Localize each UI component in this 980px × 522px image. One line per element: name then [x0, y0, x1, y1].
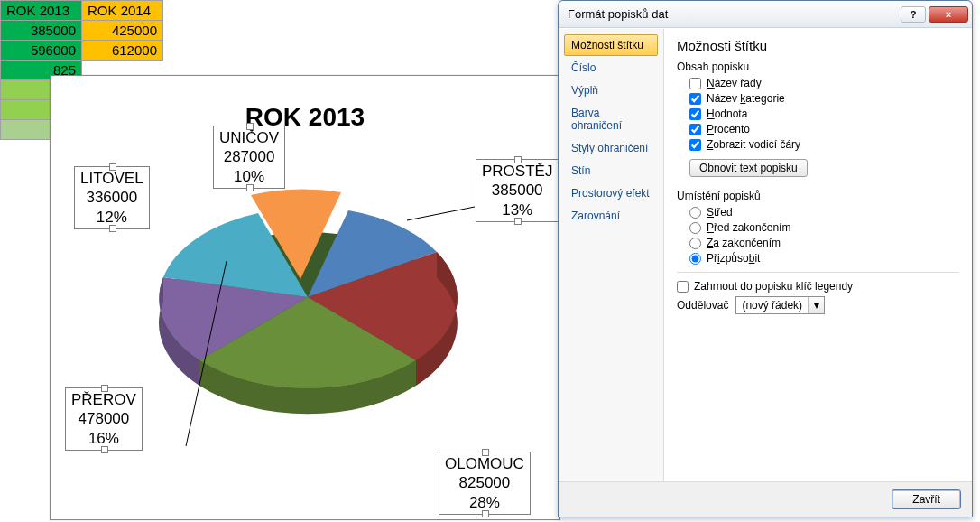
check-value-label: Hodnota	[707, 107, 747, 120]
nav-fill[interactable]: Výplň	[564, 79, 658, 101]
data-label-prostejov[interactable]: PROSTĚJ 385000 13%	[476, 159, 559, 222]
radio-outside-end-label: Za zakončením	[707, 237, 781, 249]
radio-inside-end[interactable]	[689, 222, 701, 234]
chevron-down-icon: ▾	[808, 297, 824, 313]
radio-best-fit[interactable]	[689, 253, 701, 265]
close-dialog-button[interactable]: Zavřít	[892, 489, 961, 509]
data-label-olomouc[interactable]: OLOMOUC 825000 28%	[439, 452, 531, 515]
help-button[interactable]: ?	[901, 6, 926, 23]
check-percent[interactable]	[689, 124, 701, 135]
cell[interactable]: 596000	[1, 41, 82, 61]
format-data-labels-dialog: Formát popisků dat ? × Možnosti štítku Č…	[558, 0, 973, 517]
cell[interactable]: 385000	[1, 21, 82, 41]
check-series-name[interactable]	[689, 78, 701, 89]
nav-border-styles[interactable]: Styly ohraničení	[564, 137, 658, 159]
dialog-footer: Zavřít	[559, 481, 972, 517]
group-label-position: Umístění popisků	[677, 190, 959, 202]
svg-line-2	[407, 207, 475, 220]
check-leader-lines-label: Zobrazit vodicí čáry	[707, 138, 800, 151]
pie-chart[interactable]	[141, 162, 475, 446]
chart-container[interactable]: ROK 2013	[50, 75, 560, 520]
header-cell[interactable]: ROK 2014	[82, 1, 163, 21]
check-category-name[interactable]	[689, 93, 701, 105]
chart-title[interactable]: ROK 2013	[51, 103, 559, 132]
nav-label-options[interactable]: Možnosti štítku	[564, 34, 658, 56]
reset-label-text-button[interactable]: Obnovit text popisku	[689, 159, 808, 177]
data-label-unicov[interactable]: UNIČOV 287000 10%	[213, 126, 285, 189]
check-value[interactable]	[689, 108, 701, 120]
data-label-prerov[interactable]: PŘEROV 478000 16%	[65, 387, 143, 451]
panel-title: Možnosti štítku	[677, 38, 959, 53]
radio-center[interactable]	[689, 207, 701, 219]
group-label-contents: Obsah popisku	[677, 61, 959, 73]
header-cell[interactable]: ROK 2013	[1, 1, 82, 21]
check-leader-lines[interactable]	[689, 139, 701, 151]
nav-alignment[interactable]: Zarovnání	[564, 205, 658, 227]
close-icon: ×	[946, 9, 951, 20]
radio-outside-end[interactable]	[689, 238, 701, 249]
dialog-nav: Možnosti štítku Číslo Výplň Barva ohrani…	[559, 29, 664, 481]
check-legend-key-label: Zahrnout do popisku klíč legendy	[694, 280, 853, 293]
dialog-title: Formát popisků dat	[568, 7, 898, 21]
radio-inside-end-label: Před zakončením	[707, 221, 790, 234]
check-percent-label: Procento	[707, 123, 750, 135]
separator-select[interactable]: (nový řádek) ▾	[735, 296, 825, 314]
data-label-litovel[interactable]: LITOVEL 336000 12%	[74, 166, 150, 229]
separator-label: Oddělovač	[677, 299, 728, 312]
dialog-titlebar[interactable]: Formát popisků dat ? ×	[559, 1, 972, 28]
cell[interactable]: 612000	[82, 41, 163, 61]
radio-best-fit-label: Přizpůsobit	[707, 252, 760, 265]
check-category-name-label: Název kategorie	[707, 92, 785, 105]
radio-center-label: Střed	[707, 206, 733, 219]
help-icon: ?	[911, 9, 917, 20]
check-series-name-label: Název řady	[707, 77, 762, 89]
nav-shadow[interactable]: Stín	[564, 160, 658, 182]
nav-3d-format[interactable]: Prostorový efekt	[564, 182, 658, 204]
cell[interactable]: 425000	[82, 21, 163, 41]
separator-value: (nový řádek)	[742, 299, 802, 312]
nav-number[interactable]: Číslo	[564, 57, 658, 79]
close-button[interactable]: ×	[929, 6, 968, 23]
check-legend-key[interactable]	[677, 281, 689, 293]
dialog-content: Možnosti štítku Obsah popisku Název řady…	[664, 29, 972, 481]
nav-border-color[interactable]: Barva ohraničení	[564, 102, 658, 136]
